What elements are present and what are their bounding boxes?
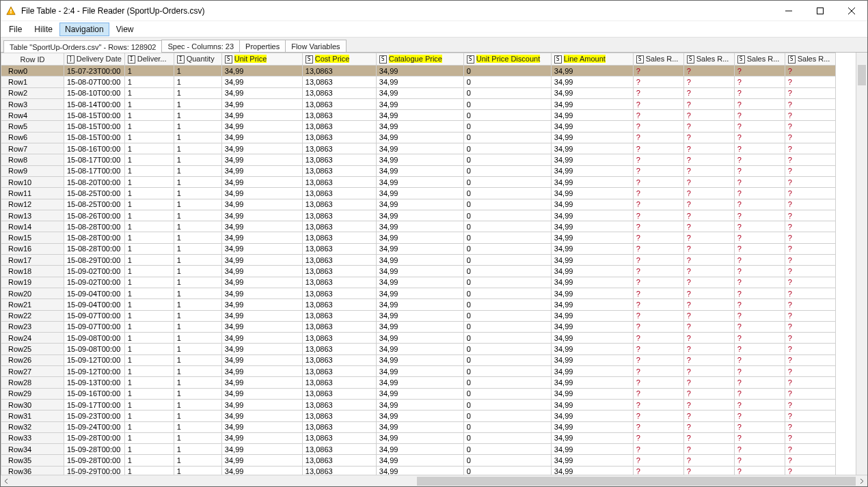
data-cell[interactable]: 1 — [174, 399, 221, 410]
data-cell[interactable]: 1 — [174, 221, 221, 232]
data-cell[interactable]: ? — [734, 466, 785, 475]
data-cell[interactable]: ? — [785, 399, 835, 410]
data-cell[interactable]: 13,0863 — [302, 98, 376, 109]
data-cell[interactable]: 15-09-04T00:00 — [64, 299, 125, 310]
table-row[interactable]: Row1615-08-28T00:001134,9913,086334,9903… — [1, 243, 836, 254]
data-cell[interactable]: 34,99 — [221, 266, 302, 277]
data-cell[interactable]: ? — [683, 176, 734, 187]
data-cell[interactable]: 0 — [463, 232, 551, 243]
data-cell[interactable]: 1 — [174, 121, 221, 132]
data-cell[interactable]: ? — [633, 288, 683, 298]
column-header-8[interactable]: SLine Amount — [551, 53, 633, 66]
data-cell[interactable]: 34,99 — [551, 110, 633, 121]
data-cell[interactable]: 34,99 — [551, 411, 633, 421]
data-cell[interactable]: 15-08-29T00:00 — [64, 255, 125, 266]
data-cell[interactable]: 1 — [174, 132, 221, 143]
data-cell[interactable]: ? — [683, 76, 734, 87]
data-cell[interactable]: 13,0863 — [302, 188, 376, 199]
data-cell[interactable]: 1 — [174, 388, 221, 399]
data-cell[interactable]: 34,99 — [221, 232, 302, 243]
data-cell[interactable]: 13,0863 — [302, 132, 376, 143]
data-cell[interactable]: ? — [734, 354, 785, 365]
data-cell[interactable]: ? — [633, 98, 683, 109]
rowid-cell[interactable]: Row11 — [1, 188, 64, 199]
data-cell[interactable]: 13,0863 — [302, 121, 376, 132]
data-cell[interactable]: 0 — [463, 243, 551, 254]
table-row[interactable]: Row615-08-15T00:001134,9913,086334,99034… — [1, 132, 836, 143]
data-cell[interactable]: ? — [633, 66, 683, 76]
data-cell[interactable]: 13,0863 — [302, 232, 376, 243]
data-cell[interactable]: ? — [785, 354, 835, 365]
data-cell[interactable]: 15-09-12T00:00 — [64, 366, 125, 377]
data-cell[interactable]: 13,0863 — [302, 310, 376, 321]
data-cell[interactable]: 1 — [174, 232, 221, 243]
data-cell[interactable]: ? — [683, 221, 734, 232]
data-cell[interactable]: 34,99 — [376, 188, 463, 199]
data-cell[interactable]: ? — [785, 299, 835, 310]
data-cell[interactable]: 34,99 — [376, 87, 463, 98]
data-cell[interactable]: 13,0863 — [302, 421, 376, 432]
data-cell[interactable]: 34,99 — [376, 333, 463, 344]
menu-navigation[interactable]: Navigation — [59, 23, 109, 36]
data-cell[interactable]: 34,99 — [376, 221, 463, 232]
data-cell[interactable]: 0 — [463, 266, 551, 277]
data-cell[interactable]: 34,99 — [221, 388, 302, 399]
data-cell[interactable]: ? — [683, 299, 734, 310]
data-cell[interactable]: 34,99 — [551, 399, 633, 410]
data-cell[interactable]: ? — [633, 277, 683, 288]
data-cell[interactable]: 34,99 — [221, 421, 302, 432]
data-cell[interactable]: 1 — [124, 388, 174, 399]
data-cell[interactable]: 34,99 — [551, 165, 633, 176]
menu-file[interactable]: File — [3, 23, 27, 36]
data-cell[interactable]: 34,99 — [221, 310, 302, 321]
data-cell[interactable]: 1 — [124, 176, 174, 187]
data-cell[interactable]: ? — [633, 143, 683, 154]
rowid-cell[interactable]: Row24 — [1, 333, 64, 344]
data-cell[interactable]: ? — [683, 266, 734, 277]
table-row[interactable]: Row715-08-16T00:001134,9913,086334,99034… — [1, 143, 836, 154]
table-row[interactable]: Row2515-09-08T00:001134,9913,086334,9903… — [1, 344, 836, 354]
data-cell[interactable]: 13,0863 — [302, 199, 376, 210]
data-cell[interactable]: ? — [734, 154, 785, 165]
data-cell[interactable]: ? — [734, 344, 785, 354]
data-cell[interactable]: 15-08-14T00:00 — [64, 98, 125, 109]
data-cell[interactable]: ? — [785, 87, 835, 98]
data-cell[interactable]: 1 — [124, 266, 174, 277]
data-cell[interactable]: 1 — [174, 98, 221, 109]
data-cell[interactable]: ? — [683, 421, 734, 432]
scroll-right-button[interactable] — [856, 475, 867, 487]
data-cell[interactable]: 0 — [463, 132, 551, 143]
data-cell[interactable]: ? — [683, 310, 734, 321]
table-row[interactable]: Row1215-08-25T00:001134,9913,086334,9903… — [1, 199, 836, 210]
data-cell[interactable]: 34,99 — [376, 377, 463, 388]
data-cell[interactable]: 34,99 — [376, 266, 463, 277]
data-cell[interactable]: 34,99 — [376, 132, 463, 143]
data-cell[interactable]: ? — [734, 66, 785, 76]
data-cell[interactable]: 1 — [124, 143, 174, 154]
data-cell[interactable]: 1 — [174, 466, 221, 475]
data-cell[interactable]: 15-09-16T00:00 — [64, 388, 125, 399]
rowid-cell[interactable]: Row31 — [1, 411, 64, 421]
table-row[interactable]: Row2615-09-12T00:001134,9913,086334,9903… — [1, 354, 836, 365]
rowid-cell[interactable]: Row12 — [1, 199, 64, 210]
data-cell[interactable]: 15-08-28T00:00 — [64, 243, 125, 254]
data-cell[interactable]: 34,99 — [551, 388, 633, 399]
data-cell[interactable]: ? — [734, 399, 785, 410]
table-row[interactable]: Row3315-09-28T00:001134,9913,086334,9903… — [1, 432, 836, 443]
data-cell[interactable]: 13,0863 — [302, 321, 376, 332]
data-cell[interactable]: 1 — [124, 87, 174, 98]
data-cell[interactable]: 1 — [174, 444, 221, 455]
data-cell[interactable]: 0 — [463, 299, 551, 310]
data-cell[interactable]: ? — [633, 377, 683, 388]
data-cell[interactable]: 34,99 — [221, 455, 302, 466]
data-cell[interactable]: 34,99 — [221, 277, 302, 288]
data-cell[interactable]: 34,99 — [376, 388, 463, 399]
data-cell[interactable]: 0 — [463, 310, 551, 321]
scroll-left-button[interactable] — [1, 475, 12, 487]
tab-1[interactable]: Spec - Columns: 23 — [161, 40, 240, 52]
data-cell[interactable]: 1 — [124, 344, 174, 354]
data-cell[interactable]: 15-09-23T00:00 — [64, 411, 125, 421]
tab-2[interactable]: Properties — [239, 40, 286, 52]
data-cell[interactable]: 1 — [174, 432, 221, 443]
data-cell[interactable]: 1 — [124, 377, 174, 388]
